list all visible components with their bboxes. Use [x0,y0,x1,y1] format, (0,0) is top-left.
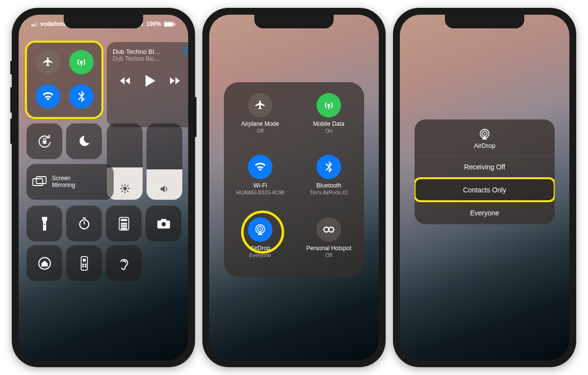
next-track-button[interactable] [170,77,181,85]
play-button[interactable] [145,75,156,87]
do-not-disturb-button[interactable] [66,123,102,159]
airplane-mode-cell[interactable]: Airplane Mode Off [226,93,294,134]
svg-rect-17 [33,179,43,186]
airdrop-icon [248,217,272,242]
airdrop-option-everyone[interactable]: Everyone [415,201,555,224]
battery-icon [164,22,175,27]
svg-point-29 [123,225,124,227]
timer-button[interactable] [66,206,102,241]
svg-point-20 [79,219,89,229]
svg-rect-24 [121,219,127,221]
svg-line-14 [127,191,128,192]
airdrop-label: AirDrop [226,245,294,252]
wifi-toggle[interactable] [36,84,60,109]
hotspot-label: Personal Hotspot [294,245,363,252]
bluetooth-label: Bluetooth [294,182,363,189]
device-notch [254,15,334,28]
svg-line-15 [122,191,122,192]
svg-point-41 [85,266,86,267]
svg-point-6 [184,47,188,51]
svg-point-40 [82,266,83,267]
mobile-data-icon [317,93,341,117]
screen-mirroring-icon [32,176,47,188]
wifi-cell[interactable]: Wi-Fi HUAWEI-B315-4C98 [226,155,294,195]
mobile-data-state: On [294,128,363,134]
airplane-mode-toggle[interactable] [36,50,60,74]
media-title: Dub Techno Bl… [113,48,188,55]
svg-point-8 [123,187,126,190]
svg-point-30 [125,225,126,227]
media-card[interactable]: Dub Techno Bl… Dub Techno Blo… [107,42,188,127]
flashlight-button[interactable] [26,206,62,241]
mobile-data-toggle[interactable] [69,50,94,74]
svg-rect-7 [43,141,47,144]
wifi-icon [248,155,272,179]
svg-point-33 [125,228,126,229]
bluetooth-icon [317,155,341,179]
device-notch [64,15,143,28]
orientation-lock-button[interactable] [26,123,62,159]
airdrop-cell[interactable]: AirDrop Everyone [226,217,294,258]
svg-point-38 [82,264,83,265]
volume-slider[interactable] [147,123,182,200]
svg-rect-18 [36,177,46,184]
mobile-data-label: Mobile Data [294,120,363,127]
brightness-icon [120,183,130,194]
airdrop-state: Everyone [226,252,294,258]
battery-percent: 100% [146,21,161,27]
svg-point-47 [324,227,329,232]
svg-point-26 [123,223,124,224]
airdrop-option-receiving-off[interactable]: Receiving Off [415,155,555,178]
airplay-icon[interactable] [181,46,188,54]
airdrop-option-contacts-only[interactable]: Contacts Only [415,178,555,201]
wifi-label: Wi-Fi [226,182,294,189]
phone-expanded-connectivity: Airplane Mode Off Mobile Data On Wi-Fi H… [202,8,386,367]
wifi-state: HUAWEI-B315-4C98 [226,189,294,195]
airdrop-options-panel: AirDrop Receiving Off Contacts Only Ever… [415,119,555,224]
svg-point-34 [161,222,166,226]
apple-tv-remote-button[interactable] [66,245,102,281]
connectivity-expanded-panel: Airplane Mode Off Mobile Data On Wi-Fi H… [224,82,364,277]
svg-line-16 [127,185,128,186]
svg-rect-2 [174,23,175,25]
svg-point-19 [44,223,45,225]
hotspot-icon [317,217,341,242]
svg-point-32 [123,228,124,229]
phone-control-center: vodafone UK 100% [12,8,195,367]
svg-point-39 [85,264,86,265]
bluetooth-state: Tim's AirPods #2 [294,189,363,195]
airdrop-title: AirDrop [474,142,495,149]
phone-airdrop-menu: AirDrop Receiving Off Contacts Only Ever… [393,8,576,367]
svg-point-48 [329,227,334,232]
screen-mirroring-label: Screen Mirroring [52,175,75,189]
camera-button[interactable] [146,206,181,241]
volume-icon [159,184,170,194]
connectivity-card[interactable] [26,42,102,117]
svg-line-13 [122,185,122,186]
airplane-mode-icon [248,93,272,117]
screen-mirroring-button[interactable]: Screen Mirroring [26,164,114,200]
svg-point-46 [259,228,261,230]
svg-point-28 [121,225,122,227]
svg-point-31 [121,228,122,229]
hotspot-state: Off [294,252,363,258]
svg-rect-1 [164,22,172,26]
svg-point-37 [82,258,85,261]
cellular-signal-icon [31,22,38,26]
calculator-button[interactable] [106,206,142,241]
hearing-button[interactable] [106,245,142,281]
bluetooth-cell[interactable]: Bluetooth Tim's AirPods #2 [294,155,363,195]
airplane-mode-label: Airplane Mode [226,120,294,127]
svg-point-51 [484,133,485,134]
airplane-mode-state: Off [226,128,294,134]
svg-point-27 [125,223,126,224]
hotspot-cell[interactable]: Personal Hotspot Off [294,217,363,258]
previous-track-button[interactable] [120,77,131,85]
media-subtitle: Dub Techno Blo… [113,55,188,62]
bluetooth-toggle[interactable] [69,84,94,109]
home-button[interactable] [26,245,62,281]
airdrop-icon [478,128,491,140]
svg-point-25 [121,223,122,224]
device-notch [445,15,524,28]
mobile-data-cell[interactable]: Mobile Data On [294,93,363,134]
